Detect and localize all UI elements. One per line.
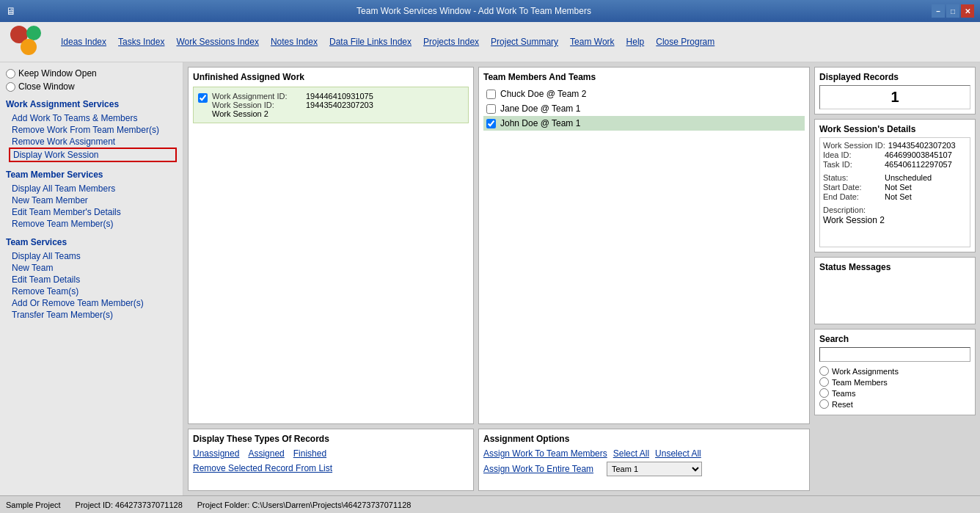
remove-team-member-link[interactable]: Remove Team Member(s) bbox=[6, 218, 177, 230]
project-id-value: 464273737071128 bbox=[115, 501, 183, 509]
status-value: Unscheduled bbox=[885, 173, 932, 182]
remove-work-assignment-link[interactable]: Remove Work Assignment bbox=[6, 136, 177, 148]
team-panel: Team Members And Teams Chuck Doe @ Team … bbox=[478, 67, 810, 424]
keep-window-radio-input[interactable] bbox=[6, 69, 15, 79]
menu-notes-index[interactable]: Notes Index bbox=[265, 34, 323, 50]
menubar: Ideas Index Tasks Index Work Sessions In… bbox=[0, 22, 980, 62]
display-types-title: Display These Types Of Records bbox=[193, 434, 469, 444]
session-id-value: 194435402307203 bbox=[306, 101, 373, 109]
project-name: Sample Project bbox=[6, 501, 61, 509]
assign-to-team-label[interactable]: Assign Work To Entire Team bbox=[483, 464, 601, 474]
assign-to-members-label[interactable]: Assign Work To Team Members bbox=[483, 448, 607, 459]
jane-label: Jane Doe @ Team 1 bbox=[500, 103, 580, 114]
search-reset-radio[interactable]: Reset bbox=[819, 399, 970, 409]
keep-window-label: Keep Window Open bbox=[18, 68, 97, 79]
assignment-id-row: Work Assignment ID: 194446410931075 bbox=[212, 92, 373, 101]
add-work-link[interactable]: Add Work To Teams & Members bbox=[6, 112, 177, 124]
john-checkbox[interactable] bbox=[486, 119, 496, 128]
session-name-row: Work Session 2 bbox=[212, 109, 373, 118]
statusbar: Sample Project Project ID: 4642737370711… bbox=[0, 495, 980, 513]
project-folder-value: C:\Users\Darren\Projects\464273737071128 bbox=[252, 501, 411, 509]
close-button[interactable]: ✕ bbox=[961, 4, 974, 18]
session-id-label: Work Session ID: bbox=[212, 101, 300, 109]
menu-project-summary[interactable]: Project Summary bbox=[485, 34, 564, 50]
select-all-btn[interactable]: Select All bbox=[613, 448, 649, 459]
desc-value: Work Session 2 bbox=[823, 215, 967, 225]
details-section: Work Session's Details Work Session ID: … bbox=[814, 119, 976, 252]
menu-help[interactable]: Help bbox=[621, 34, 651, 50]
new-team-member-link[interactable]: New Team Member bbox=[6, 194, 177, 206]
task-id-label: Task ID: bbox=[823, 160, 882, 169]
logo-yellow-circle bbox=[21, 39, 37, 55]
status-messages-section: Status Messages bbox=[814, 257, 976, 324]
displayed-count: 1 bbox=[819, 85, 970, 109]
status-label: Status: bbox=[823, 173, 882, 182]
transfer-members-link[interactable]: Transfer Team Member(s) bbox=[6, 309, 177, 321]
displayed-records-title: Displayed Records bbox=[819, 72, 970, 82]
start-date-label: Start Date: bbox=[823, 183, 882, 192]
menu-ideas-index[interactable]: Ideas Index bbox=[55, 34, 112, 50]
search-reset-radio-input[interactable] bbox=[819, 399, 829, 409]
idea-id-value: 464699003845107 bbox=[885, 150, 952, 159]
remove-team-link[interactable]: Remove Team(s) bbox=[6, 285, 177, 297]
jane-checkbox[interactable] bbox=[486, 104, 496, 114]
type-finished[interactable]: Finished bbox=[293, 448, 326, 459]
search-section: Search Work Assignments Team Members Tea… bbox=[814, 329, 976, 415]
app-icon: 🖥 bbox=[6, 5, 16, 17]
team-member-chuck[interactable]: Chuck Doe @ Team 2 bbox=[483, 87, 805, 101]
unselect-all-btn[interactable]: Unselect All bbox=[655, 448, 701, 459]
main-area: Keep Window Open Close Window Work Assig… bbox=[0, 62, 980, 495]
close-window-radio[interactable]: Close Window bbox=[6, 81, 177, 92]
new-team-link[interactable]: New Team bbox=[6, 262, 177, 274]
titlebar-title: Team Work Services Window - Add Work To … bbox=[16, 6, 932, 16]
minimize-button[interactable]: – bbox=[932, 4, 945, 18]
assign-to-team-row: Assign Work To Entire Team Team 1 Team 2… bbox=[483, 462, 805, 476]
team-select[interactable]: Team 1 Team 2 Team 3 bbox=[607, 462, 702, 476]
remove-work-member-link[interactable]: Remove Work From Team Member(s) bbox=[6, 124, 177, 136]
add-remove-members-link[interactable]: Add Or Remove Team Member(s) bbox=[6, 297, 177, 309]
search-work-assignments-radio-input[interactable] bbox=[819, 366, 829, 376]
close-window-radio-input[interactable] bbox=[6, 82, 15, 92]
display-all-members-link[interactable]: Display All Team Members bbox=[6, 183, 177, 194]
task-id-row: Task ID: 465406112297057 bbox=[823, 160, 967, 169]
keep-window-radio[interactable]: Keep Window Open bbox=[6, 68, 177, 79]
team-member-jane[interactable]: Jane Doe @ Team 1 bbox=[483, 101, 805, 116]
search-team-members-radio-input[interactable] bbox=[819, 377, 829, 387]
end-date-value: Not Set bbox=[885, 192, 912, 201]
right-spacer bbox=[814, 429, 976, 491]
assignment-id-value: 194446410931075 bbox=[306, 92, 373, 101]
search-work-assignments-radio[interactable]: Work Assignments bbox=[819, 366, 970, 376]
details-scroll[interactable]: Work Session ID: 194435402307203 Idea ID… bbox=[819, 137, 970, 247]
search-teams-radio-input[interactable] bbox=[819, 388, 829, 398]
type-assigned[interactable]: Assigned bbox=[248, 448, 284, 459]
menu-team-work[interactable]: Team Work bbox=[564, 34, 620, 50]
chuck-label: Chuck Doe @ Team 2 bbox=[500, 89, 586, 99]
search-input[interactable] bbox=[819, 347, 970, 362]
work-item: Work Assignment ID: 194446410931075 Work… bbox=[193, 87, 469, 123]
remove-record-link[interactable]: Remove Selected Record From List bbox=[193, 463, 332, 473]
ws-id-value: 194435402307203 bbox=[888, 141, 956, 150]
assignment-id-label: Work Assignment ID: bbox=[212, 92, 300, 101]
session-name-value: Work Session 2 bbox=[212, 109, 268, 118]
edit-team-details-link[interactable]: Edit Team Details bbox=[6, 274, 177, 285]
team-member-services-title: Team Member Services bbox=[6, 170, 177, 180]
search-teams-radio[interactable]: Teams bbox=[819, 388, 970, 398]
display-work-session-link[interactable]: Display Work Session bbox=[9, 148, 177, 162]
display-all-teams-link[interactable]: Display All Teams bbox=[6, 250, 177, 262]
menu-tasks-index[interactable]: Tasks Index bbox=[112, 34, 170, 50]
type-unassigned[interactable]: Unassigned bbox=[193, 448, 239, 459]
team-member-john[interactable]: John Doe @ Team 1 bbox=[483, 116, 805, 131]
work-item-checkbox[interactable] bbox=[198, 93, 208, 103]
search-team-members-label: Team Members bbox=[832, 378, 888, 387]
menu-work-sessions-index[interactable]: Work Sessions Index bbox=[170, 34, 265, 50]
menu-data-file-links-index[interactable]: Data File Links Index bbox=[323, 34, 417, 50]
content-top: Unfinished Assigned Work Work Assignment… bbox=[188, 67, 976, 424]
status-messages-area bbox=[819, 275, 970, 319]
menu-close-program[interactable]: Close Program bbox=[650, 34, 720, 50]
chuck-checkbox[interactable] bbox=[486, 90, 496, 99]
assignment-panel: Assignment Options Assign Work To Team M… bbox=[478, 429, 810, 491]
menu-projects-index[interactable]: Projects Index bbox=[417, 34, 485, 50]
search-team-members-radio[interactable]: Team Members bbox=[819, 377, 970, 387]
maximize-button[interactable]: □ bbox=[946, 4, 959, 18]
edit-member-details-link[interactable]: Edit Team Member's Details bbox=[6, 206, 177, 218]
